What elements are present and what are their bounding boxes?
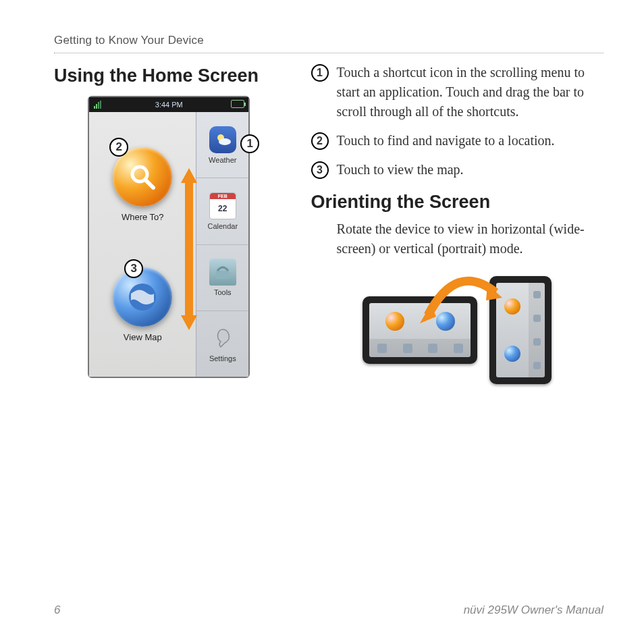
side-apps-menu[interactable]: Weather 22 Calendar Tools <box>196 112 248 377</box>
view-map-label: View Map <box>124 332 162 342</box>
heading-home-screen: Using the Home Screen <box>54 65 284 86</box>
settings-shortcut[interactable]: Settings <box>196 311 248 377</box>
page-number: 6 <box>54 603 60 617</box>
svg-rect-0 <box>94 106 95 109</box>
tools-shortcut[interactable]: Tools <box>196 245 248 311</box>
battery-icon <box>231 100 244 108</box>
where-to-label: Where To? <box>122 212 164 222</box>
device-screenshot: 3:44 PM Where To? <box>88 96 250 378</box>
svg-line-5 <box>145 180 153 188</box>
main-apps-area: Where To? View Map <box>89 112 196 377</box>
breadcrumb: Getting to Know Your Device <box>54 34 603 53</box>
status-bar: 3:44 PM <box>89 97 248 112</box>
callout-1: 1 <box>240 134 259 153</box>
weather-label: Weather <box>209 156 236 164</box>
step-2-number: 2 <box>311 132 329 150</box>
status-time: 3:44 PM <box>155 101 183 109</box>
calendar-shortcut[interactable]: 22 Calendar <box>196 178 248 244</box>
step-2-text: Touch to find and navigate to a location… <box>337 131 555 151</box>
rotate-arrow-icon <box>416 267 504 327</box>
svg-point-8 <box>219 138 231 145</box>
svg-rect-2 <box>98 102 99 109</box>
step-1-number: 1 <box>311 64 329 82</box>
settings-icon <box>209 325 236 352</box>
svg-marker-12 <box>181 315 197 330</box>
heading-orienting: Orienting the Screen <box>311 192 603 213</box>
right-column: 1 Touch a shortcut icon in the scrolling… <box>311 63 603 391</box>
two-column-layout: Using the Home Screen 3:44 PM <box>54 63 603 391</box>
manual-title: nüvi 295W Owner's Manual <box>464 603 603 617</box>
weather-icon <box>209 126 236 153</box>
orienting-text: Rotate the device to view in horizontal … <box>311 219 603 259</box>
svg-rect-9 <box>216 271 230 279</box>
step-1: 1 Touch a shortcut icon in the scrolling… <box>311 63 603 122</box>
step-3-text: Touch to view the map. <box>337 160 464 180</box>
tools-icon <box>209 259 236 286</box>
calendar-icon: 22 <box>209 192 236 219</box>
view-map-button[interactable]: View Map <box>113 267 172 342</box>
signal-icon <box>93 100 103 109</box>
tools-label: Tools <box>214 288 232 296</box>
calendar-label: Calendar <box>207 222 238 230</box>
orientation-figure <box>311 269 603 391</box>
page-footer: 6 nüvi 295W Owner's Manual <box>54 603 603 617</box>
settings-label: Settings <box>209 354 236 363</box>
svg-rect-1 <box>96 104 97 109</box>
step-3-number: 3 <box>311 161 329 179</box>
step-1-text: Touch a shortcut icon in the scrolling m… <box>337 63 603 122</box>
step-2: 2 Touch to find and navigate to a locati… <box>311 131 603 151</box>
manual-page: Getting to Know Your Device Using the Ho… <box>0 0 644 644</box>
where-to-button[interactable]: Where To? <box>113 147 172 222</box>
view-map-icon <box>113 267 172 327</box>
svg-rect-3 <box>100 101 101 109</box>
step-3: 3 Touch to view the map. <box>311 160 603 180</box>
scroll-arrow-icon <box>181 168 197 330</box>
left-column: Using the Home Screen 3:44 PM <box>54 63 284 391</box>
svg-marker-11 <box>181 168 197 183</box>
